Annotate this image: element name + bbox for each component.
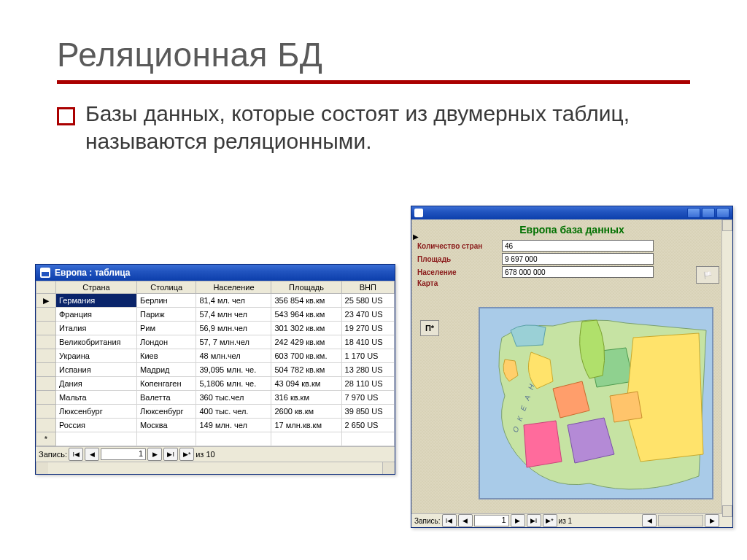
cell[interactable]: 43 094 кв.км [271,377,341,391]
nav-first-button[interactable]: I◀ [69,448,83,461]
cell[interactable]: 19 270 US [341,322,394,335]
cell[interactable]: 242 429 кв.км [271,335,341,349]
field-area[interactable]: 9 697 000 [502,253,654,265]
cell[interactable]: 57,4 млн чел [196,308,271,322]
cell[interactable]: Мадрид [136,363,196,377]
flag-button[interactable]: 🏳️ [696,266,719,284]
cell[interactable]: Украина [56,349,137,363]
form-nav-record-input[interactable]: 1 [474,515,509,526]
cell[interactable]: 2600 кв.км [271,405,341,419]
cell[interactable]: Франция [56,308,137,322]
table-row[interactable]: ЛюксенбургЛюксенбург400 тыс. чел.2600 кв… [36,405,395,419]
cell[interactable]: 18 410 US [341,335,394,349]
form-nav-last-button[interactable]: ▶I [527,514,541,527]
form-titlebar[interactable] [411,206,732,219]
nav-last-button[interactable]: ▶I [163,448,178,461]
cell[interactable]: Валетта [136,391,196,405]
cell[interactable]: 603 700 кв.км. [271,349,341,363]
cell[interactable]: 360 тыс.чел [196,391,271,405]
vertical-scrollbar[interactable] [721,219,732,514]
cell[interactable]: 1 170 US [341,349,394,363]
nav-record-input[interactable]: 1 [101,448,146,460]
cell[interactable]: 7 970 US [341,391,394,405]
cell[interactable]: Рим [136,322,196,335]
cell[interactable]: Россия [56,419,137,432]
form-nav-next-button[interactable]: ▶ [511,514,525,527]
cell[interactable]: 301 302 кв.км [271,322,341,335]
cell[interactable]: 23 470 US [341,308,394,322]
form-scroll-left-icon[interactable]: ◀ [642,514,657,527]
table-row[interactable]: ВеликобританияЛондон57, 7 млн.чел242 429… [36,335,395,349]
table-row[interactable]: * [36,432,395,446]
row-selector-header[interactable] [36,281,56,294]
scroll-left-icon[interactable] [36,462,48,474]
titlebar[interactable]: Европа : таблица [36,265,395,281]
table-row[interactable]: ДанияКопенгаген5,1806 млн. че.43 094 кв.… [36,377,395,391]
row-selector[interactable] [36,377,56,391]
cell[interactable]: Киев [136,349,196,363]
table-row[interactable]: МальтаВалетта360 тыс.чел316 кв.км7 970 U… [36,391,395,405]
minimize-button[interactable] [687,208,700,218]
cell[interactable]: Мальта [56,391,137,405]
nav-next-button[interactable]: ▶ [147,448,162,461]
cell[interactable]: Копенгаген [136,377,196,391]
row-selector[interactable] [36,405,56,419]
cell[interactable]: 57, 7 млн.чел [196,335,271,349]
field-population[interactable]: 678 000 000 [502,266,654,278]
europe-table[interactable]: Страна Столица Население Площадь ВНП ▶Ге… [36,281,395,446]
cell[interactable]: Германия [56,294,137,308]
col-population[interactable]: Население [196,281,271,294]
cell[interactable] [271,432,341,446]
cell[interactable]: Дания [56,377,137,391]
col-capital[interactable]: Столица [136,281,196,294]
table-row[interactable]: ▶ГерманияБерлин81,4 мл. чел356 854 кв.км… [36,294,395,308]
col-gnp[interactable]: ВНП [341,281,394,294]
cell[interactable]: 149 млн. чел [196,419,271,432]
field-count[interactable]: 46 [502,240,654,252]
cell[interactable]: 2 650 US [341,419,394,432]
form-close-button[interactable]: П* [420,320,439,336]
cell[interactable]: Москва [136,419,196,432]
cell[interactable]: 28 110 US [341,377,394,391]
col-area[interactable]: Площадь [271,281,341,294]
cell[interactable]: 356 854 кв.км [271,294,341,308]
cell[interactable] [196,432,271,446]
row-selector[interactable] [36,363,56,377]
cell[interactable]: 39 850 US [341,405,394,419]
cell[interactable] [136,432,196,446]
cell[interactable]: 25 580 US [341,294,394,308]
table-row[interactable]: РоссияМосква149 млн. чел17 млн.кв.км2 65… [36,419,395,432]
record-selector-icon[interactable]: ▶ [411,233,420,241]
cell[interactable]: 543 964 кв.км [271,308,341,322]
row-selector[interactable] [36,308,56,322]
cell[interactable]: Люксенбург [56,405,137,419]
form-nav-new-button[interactable]: ▶* [543,514,557,527]
cell[interactable]: 316 кв.км [271,391,341,405]
cell[interactable]: 48 млн.чел [196,349,271,363]
scroll-down-icon[interactable] [722,505,732,517]
cell[interactable]: 39,095 млн. че. [196,363,271,377]
form-nav-first-button[interactable]: I◀ [442,514,457,527]
close-button[interactable] [716,208,729,218]
cell[interactable]: Лондон [136,335,196,349]
row-selector[interactable]: ▶ [36,294,56,308]
nav-new-button[interactable]: ▶* [179,448,194,461]
row-selector[interactable]: * [36,432,56,446]
cell[interactable] [341,432,394,446]
maximize-button[interactable] [702,208,715,218]
row-selector[interactable] [36,391,56,405]
cell[interactable]: 5,1806 млн. че. [196,377,271,391]
horizontal-scrollbar[interactable] [36,462,395,474]
cell[interactable]: 17 млн.кв.км [271,419,341,432]
cell[interactable]: 504 782 кв.км [271,363,341,377]
col-country[interactable]: Страна [56,281,137,294]
cell[interactable]: Люксенбург [136,405,196,419]
table-row[interactable]: ИталияРим 56,9 млн.чел301 302 кв.км19 27… [36,322,395,335]
table-row[interactable]: ИспанияМадрид39,095 млн. че.504 782 кв.к… [36,363,395,377]
table-row[interactable]: УкраинаКиев48 млн.чел603 700 кв.км.1 170… [36,349,395,363]
cell[interactable]: Великобритания [56,335,137,349]
form-nav-prev-button[interactable]: ◀ [458,514,473,527]
scroll-up-icon[interactable] [722,219,732,231]
cell[interactable]: 81,4 мл. чел [196,294,271,308]
cell[interactable]: 13 280 US [341,363,394,377]
